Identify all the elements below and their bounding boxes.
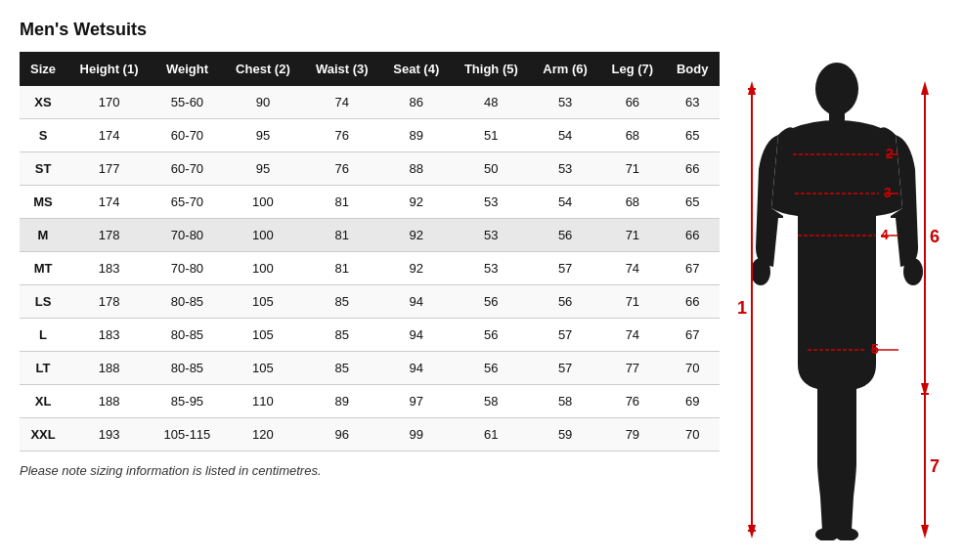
value-cell: 70 [665,352,720,385]
value-cell: 77 [599,352,665,385]
table-row: LT18880-85105859456577770 [20,352,720,385]
table-header-row: SizeHeight (1)WeightChest (2)Waist (3)Se… [20,52,720,86]
value-cell: 50 [452,152,531,186]
value-cell: 70-80 [152,219,223,252]
svg-marker-20 [921,81,929,95]
value-cell: 110 [223,385,303,418]
value-cell: 65 [665,119,720,152]
value-cell: 71 [599,152,665,186]
value-cell: 79 [599,418,665,452]
label-2: 2 [886,146,894,161]
size-cell: MS [20,186,66,219]
value-cell: 76 [303,119,381,152]
value-cell: 178 [66,219,152,252]
table-row: XXL193105-115120969961597970 [20,418,720,452]
value-cell: 60-70 [152,119,223,152]
value-cell: 71 [599,285,665,319]
value-cell: 48 [452,86,531,119]
label-6: 6 [930,227,940,246]
label-1: 1 [737,298,747,318]
column-header-weight: Weight [152,52,223,86]
value-cell: 100 [223,252,303,285]
column-header-height--1-: Height (1) [66,52,152,86]
size-cell: XS [20,86,66,119]
column-header-seat--4-: Seat (4) [381,52,452,86]
column-header-waist--3-: Waist (3) [303,52,381,86]
value-cell: 97 [381,385,452,418]
value-cell: 80-85 [152,352,223,385]
value-cell: 85 [303,352,381,385]
diagram-wrapper: 1 2 3 4 5 6 [734,52,940,540]
value-cell: 81 [303,186,381,219]
size-cell: XXL [20,418,66,452]
size-table: SizeHeight (1)WeightChest (2)Waist (3)Se… [20,52,720,452]
value-cell: 80-85 [152,285,223,319]
value-cell: 68 [599,186,665,219]
value-cell: 92 [381,252,452,285]
size-cell: LS [20,285,66,319]
value-cell: 85 [303,319,381,352]
value-cell: 65-70 [152,186,223,219]
value-cell: 92 [381,219,452,252]
value-cell: 89 [381,119,452,152]
value-cell: 56 [531,285,599,319]
value-cell: 90 [223,86,303,119]
value-cell: 54 [531,186,599,219]
value-cell: 94 [381,319,452,352]
value-cell: 89 [303,385,381,418]
value-cell: 66 [599,86,665,119]
value-cell: 66 [665,285,720,319]
value-cell: 100 [223,219,303,252]
value-cell: 53 [531,152,599,186]
table-row: LS17880-85105859456567166 [20,285,720,319]
page-title: Men's Wetsuits [20,20,944,40]
value-cell: 67 [665,252,720,285]
value-cell: 105 [223,319,303,352]
table-row: MS17465-70100819253546865 [20,186,720,219]
svg-point-2 [751,258,770,285]
value-cell: 53 [452,252,531,285]
value-cell: 188 [66,385,152,418]
column-header-chest--2-: Chest (2) [223,52,303,86]
size-cell: MT [20,252,66,285]
svg-point-3 [903,258,923,285]
table-row: S17460-7095768951546865 [20,119,720,152]
value-cell: 81 [303,219,381,252]
human-silhouette [751,63,923,540]
label-5: 5 [871,341,879,357]
value-cell: 100 [223,186,303,219]
column-header-arm--6-: Arm (6) [531,52,599,86]
value-cell: 183 [66,319,152,352]
column-header-leg--7-: Leg (7) [599,52,665,86]
value-cell: 70 [665,418,720,452]
value-cell: 66 [665,219,720,252]
value-cell: 56 [452,319,531,352]
value-cell: 88 [381,152,452,186]
value-cell: 71 [599,219,665,252]
value-cell: 70-80 [152,252,223,285]
table-row: ST17760-7095768850537166 [20,152,720,186]
value-cell: 86 [381,86,452,119]
note-text: Please note sizing information is listed… [20,463,720,478]
table-row: L18380-85105859456577467 [20,319,720,352]
value-cell: 94 [381,352,452,385]
value-cell: 177 [66,152,152,186]
value-cell: 61 [452,418,531,452]
value-cell: 76 [599,385,665,418]
value-cell: 53 [531,86,599,119]
value-cell: 63 [665,86,720,119]
value-cell: 95 [223,152,303,186]
table-section: SizeHeight (1)WeightChest (2)Waist (3)Se… [20,52,720,478]
value-cell: 92 [381,186,452,219]
size-cell: XL [20,385,66,418]
label-4: 4 [881,227,889,242]
value-cell: 94 [381,285,452,319]
value-cell: 68 [599,119,665,152]
value-cell: 53 [452,186,531,219]
value-cell: 96 [303,418,381,452]
column-header-body: Body [665,52,720,86]
size-cell: L [20,319,66,352]
value-cell: 170 [66,86,152,119]
value-cell: 80-85 [152,319,223,352]
size-cell: ST [20,152,66,186]
